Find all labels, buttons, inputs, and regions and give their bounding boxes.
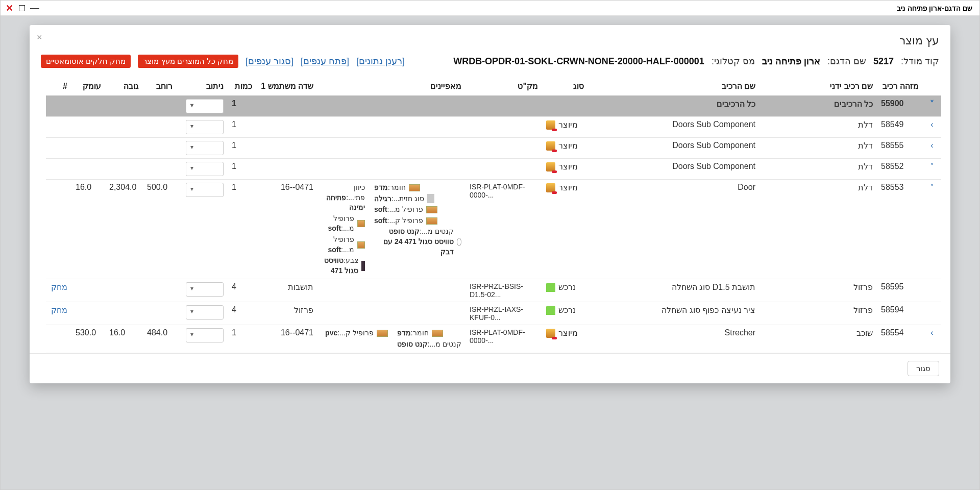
cell-type: מיוצר bbox=[542, 117, 588, 138]
cell-sku bbox=[465, 117, 542, 138]
delete-auto-parts-button[interactable]: מחק חלקים אוטומאטיים bbox=[41, 55, 131, 68]
expand-icon[interactable]: ˅ bbox=[927, 183, 937, 192]
cell-manual: פרזול bbox=[760, 279, 877, 302]
cell-name: תושבת D1.5 סוג השחלה bbox=[588, 279, 760, 302]
close-button[interactable]: סגור bbox=[908, 361, 939, 376]
cell-id: 58595 bbox=[877, 279, 923, 302]
cell-attrs bbox=[317, 159, 465, 180]
cell-id: 58555 bbox=[877, 138, 923, 159]
cell-sku: ISR-PRZL-BSIS-D1.5-02... bbox=[465, 279, 542, 302]
model-code: 5217 bbox=[873, 56, 894, 67]
purchased-icon bbox=[546, 283, 555, 292]
table-row[interactable]: ‹58549דלתDoors Sub Componentמיוצר1 bbox=[46, 117, 941, 138]
table-row[interactable]: ‹58554שוכבStrecherמיוצרISR-PLAT-0MDF-000… bbox=[46, 325, 941, 353]
table-row[interactable]: 58595פרזולתושבת D1.5 סוג השחלהנרכשISR-PR… bbox=[46, 279, 941, 302]
modal-close-icon[interactable]: × bbox=[37, 32, 42, 43]
delete-link[interactable]: מחק bbox=[51, 283, 67, 291]
expand-icon[interactable]: ‹ bbox=[927, 141, 937, 150]
expand-icon[interactable]: ‹ bbox=[927, 328, 937, 337]
cell-route bbox=[177, 117, 228, 138]
cell-height: 2,304.0 bbox=[105, 180, 143, 279]
route-dropdown[interactable] bbox=[186, 99, 224, 113]
cell-type: מיוצר bbox=[542, 138, 588, 159]
cell-route bbox=[177, 180, 228, 279]
cell-name: כל הרכיבים bbox=[588, 95, 760, 117]
cell-manual: שוכב bbox=[760, 325, 877, 353]
attr-line: צבע:טוויסט סגול 471 bbox=[322, 256, 365, 276]
table-row[interactable]: 58594פרזולציר נעיצה כפוף סוג השחלהנרכשIS… bbox=[46, 302, 941, 325]
refresh-link[interactable]: [רענן נתונים] bbox=[356, 56, 405, 67]
cell-height bbox=[105, 302, 143, 325]
route-dropdown[interactable] bbox=[186, 141, 224, 155]
attr-line: קנטים מ...:קנט סופט טוויסט סגול 471 24 ע… bbox=[374, 227, 461, 257]
close-icon[interactable]: ✕ bbox=[5, 4, 14, 13]
cell-hash bbox=[46, 117, 71, 138]
route-dropdown[interactable] bbox=[186, 328, 224, 342]
cell-manual: דלת bbox=[760, 159, 877, 180]
expand-icon[interactable]: ˅ bbox=[927, 99, 937, 109]
cell-user1 bbox=[256, 117, 317, 138]
cell-type: מיוצר bbox=[542, 180, 588, 279]
minimize-icon[interactable]: — bbox=[30, 4, 39, 13]
attr-line: סוג חזית...:רגילה bbox=[374, 194, 434, 204]
cell-user1 bbox=[256, 159, 317, 180]
cell-hash bbox=[46, 180, 71, 279]
attr-line: כיוון פתי...:פתיחה ימינה bbox=[322, 183, 365, 213]
col-user1: שדה משתמש 1 bbox=[256, 77, 317, 95]
manufactured-icon bbox=[546, 329, 555, 338]
maximize-icon[interactable] bbox=[19, 5, 25, 11]
cell-attrs: חומר:מדפסוג חזית...:רגילהפרופיל מ...:sof… bbox=[317, 180, 465, 279]
cell-manual: דלת bbox=[760, 138, 877, 159]
route-dropdown[interactable] bbox=[186, 183, 224, 197]
cell-depth bbox=[71, 159, 105, 180]
cell-type: נרכש bbox=[542, 302, 588, 325]
tree-table: מזהה רכיב שם רכיב ידני שם הרכיב סוג מק"ט… bbox=[46, 77, 941, 353]
table-row[interactable]: ˅58553דלתDoorמיוצרISR-PLAT-0MDF-0000-...… bbox=[46, 180, 941, 279]
manufactured-icon bbox=[546, 183, 555, 192]
purchased-icon bbox=[546, 306, 555, 315]
tree-table-wrap[interactable]: מזהה רכיב שם רכיב ידני שם הרכיב סוג מק"ט… bbox=[30, 77, 950, 353]
table-header-row: מזהה רכיב שם רכיב ידני שם הרכיב סוג מק"ט… bbox=[46, 77, 941, 95]
dark-swatch-icon bbox=[361, 261, 365, 271]
open-branches-link[interactable]: [פתח ענפים] bbox=[301, 56, 349, 67]
table-row[interactable]: ˅58552דלתDoors Sub Componentמיוצר1 bbox=[46, 159, 941, 180]
cell-width bbox=[143, 95, 177, 117]
cell-width: 484.0 bbox=[143, 325, 177, 353]
route-dropdown[interactable] bbox=[186, 120, 224, 134]
cell-hash: מחק bbox=[46, 302, 71, 325]
route-dropdown[interactable] bbox=[186, 305, 224, 320]
cell-name: Door bbox=[588, 180, 760, 279]
cell-type: מיוצר bbox=[542, 159, 588, 180]
modal-overlay: עץ מוצר × קוד מודל: 5217 שם הדגם: ארון פ… bbox=[1, 16, 979, 489]
cell-name: ציר נעיצה כפוף סוג השחלה bbox=[588, 302, 760, 325]
cell-id: 58552 bbox=[877, 159, 923, 180]
modal-title: עץ מוצר bbox=[899, 34, 939, 47]
expand-icon[interactable]: ˅ bbox=[927, 162, 937, 172]
wood-swatch-icon bbox=[357, 241, 365, 249]
cell-id: 58553 bbox=[877, 180, 923, 279]
delete-link[interactable]: מחק bbox=[51, 306, 67, 314]
cell-hash bbox=[46, 138, 71, 159]
col-hash: # bbox=[46, 77, 71, 95]
cell-name: Strecher bbox=[588, 325, 760, 353]
cell-sku: ISR-PLAT-0MDF-0000-... bbox=[465, 325, 542, 353]
expand-icon[interactable]: ‹ bbox=[927, 120, 937, 129]
attr-line: חומר:מדפ bbox=[374, 183, 420, 193]
cell-user1: תושבות bbox=[256, 279, 317, 302]
col-manual: שם רכיב ידני bbox=[760, 77, 877, 95]
close-branches-link[interactable]: [סגור ענפים] bbox=[246, 56, 293, 67]
route-dropdown[interactable] bbox=[186, 162, 224, 176]
route-dropdown[interactable] bbox=[186, 282, 224, 297]
table-row[interactable]: ˅55900כל הרכיביםכל הרכיבים1 bbox=[46, 95, 941, 117]
cell-route bbox=[177, 279, 228, 302]
cell-depth bbox=[71, 138, 105, 159]
col-height: גובה bbox=[105, 77, 143, 95]
col-depth: עומק bbox=[71, 77, 105, 95]
cell-height: 16.0 bbox=[105, 325, 143, 353]
cell-height bbox=[105, 95, 143, 117]
cell-width bbox=[143, 117, 177, 138]
delete-products-button[interactable]: מחק כל המוצרים מעץ מוצר bbox=[138, 55, 238, 68]
table-row[interactable]: ‹58555דלתDoors Sub Componentמיוצר1 bbox=[46, 138, 941, 159]
cell-width bbox=[143, 302, 177, 325]
wood-swatch-icon bbox=[377, 330, 388, 337]
